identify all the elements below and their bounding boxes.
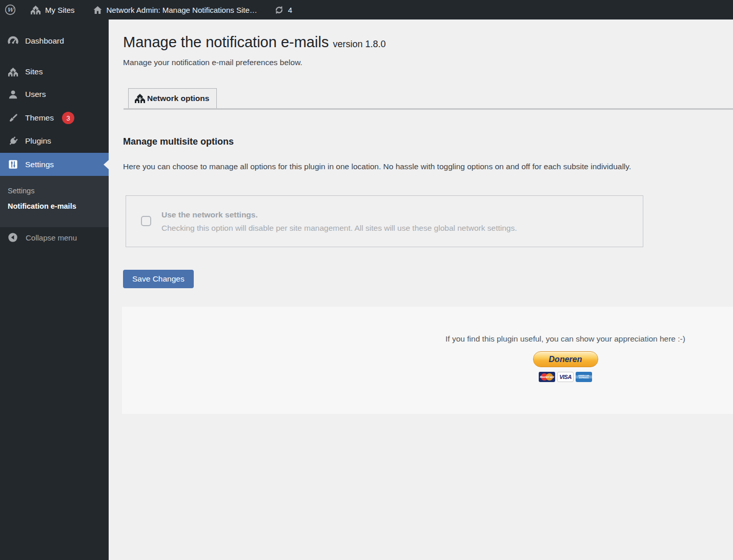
network-settings-fieldset: Use the network settings. Checking this … [126, 195, 643, 247]
admin-sidebar: Dashboard Sites Users [0, 19, 109, 560]
page-title: Manage the notification e-mailsversion 1… [123, 34, 385, 51]
themes-brush-icon [7, 112, 19, 124]
svg-text:W: W [7, 7, 15, 13]
wordpress-menu-button[interactable]: W [0, 0, 22, 19]
home-icon [92, 5, 103, 15]
donation-panel: If you find this plugin useful, you can … [122, 307, 733, 414]
sidebar-item-label: Users [25, 90, 46, 99]
option-text: Use the network settings. Checking this … [161, 208, 517, 235]
mastercard-icon: MasterCard [539, 372, 555, 382]
sidebar-item-label: Settings [25, 160, 54, 169]
sidebar-item-label: Dashboard [25, 36, 64, 46]
paypal-donate-button[interactable]: Doneren [533, 351, 598, 367]
sites-icon [7, 66, 19, 78]
sidebar-item-dashboard[interactable]: Dashboard [0, 30, 109, 52]
sidebar-item-label: Themes [25, 113, 54, 123]
admin-bar: W My Sites Network Admin: M [0, 0, 733, 19]
updates-menu[interactable]: 4 [269, 0, 297, 19]
collapse-arrow-icon [7, 232, 18, 243]
wordpress-logo-icon: W [4, 4, 16, 16]
collapse-menu-button[interactable]: Collapse menu [0, 227, 109, 248]
tab-divider-line [124, 108, 733, 110]
save-changes-button[interactable]: Save Changes [123, 270, 194, 288]
tab-label: Network options [147, 94, 209, 103]
page-title-text: Manage the notification e-mails [123, 34, 329, 50]
tab-network-options[interactable]: Network options [128, 88, 217, 108]
settings-submenu: Settings Notification e-mails [0, 176, 109, 227]
sidebar-item-themes[interactable]: Themes 3 [0, 107, 109, 129]
network-sites-icon [30, 4, 42, 16]
current-site-label: Network Admin: Manage Notifications Site… [107, 6, 257, 14]
settings-sliders-icon [7, 158, 19, 170]
submenu-item-settings[interactable]: Settings [0, 183, 109, 198]
themes-update-badge: 3 [62, 112, 74, 124]
main-content: Manage the notification e-mailsversion 1… [109, 19, 733, 560]
donation-message: If you find this plugin useful, you can … [414, 334, 717, 344]
sidebar-item-settings[interactable]: Settings [0, 153, 109, 176]
option-help-text: Checking this option will disable per si… [161, 222, 517, 235]
plugin-version: version 1.8.0 [333, 39, 385, 49]
sidebar-item-plugins[interactable]: Plugins [0, 130, 109, 152]
section-heading: Manage multisite options [123, 136, 234, 147]
visa-icon: VISA [557, 372, 574, 382]
use-network-settings-checkbox[interactable] [141, 216, 151, 226]
submenu-item-notification-emails[interactable]: Notification e-mails [0, 198, 109, 214]
page-intro: Manage your notification e-mail preferen… [123, 58, 302, 67]
sidebar-item-users[interactable]: Users [0, 83, 109, 106]
sidebar-item-label: Sites [25, 67, 43, 76]
sidebar-item-label: Plugins [25, 136, 51, 146]
sidebar-item-sites[interactable]: Sites [0, 61, 109, 83]
current-site-menu[interactable]: Network Admin: Manage Notifications Site… [87, 0, 262, 19]
dashboard-icon [7, 35, 19, 47]
update-count: 4 [288, 6, 292, 14]
amex-icon: AMERICAN EXPRESS [576, 372, 592, 382]
option-label: Use the network settings. [161, 208, 517, 222]
updates-icon [274, 5, 284, 15]
payment-card-icons: MasterCard VISA AMERICAN EXPRESS [414, 372, 717, 382]
my-sites-label: My Sites [45, 6, 75, 14]
section-description: Here you can choose to manage all option… [123, 160, 636, 173]
current-menu-arrow [104, 160, 109, 169]
my-sites-menu[interactable]: My Sites [25, 0, 80, 19]
users-icon [7, 89, 19, 101]
network-options-tab-icon [134, 92, 146, 105]
collapse-menu-label: Collapse menu [26, 233, 77, 242]
donation-block: If you find this plugin useful, you can … [414, 334, 717, 382]
plugins-icon [7, 135, 19, 147]
